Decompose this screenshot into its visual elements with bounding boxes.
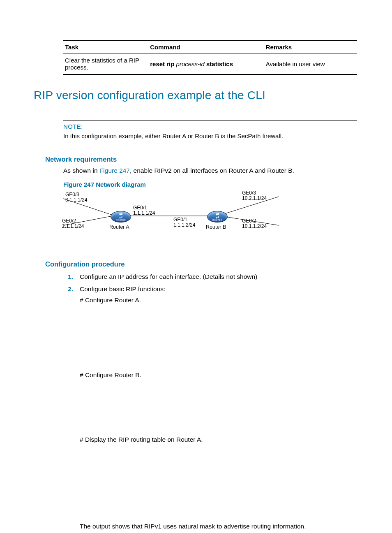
step-2a: # Configure Router A.: [80, 296, 358, 305]
step-2c: # Display the RIP routing table on Route…: [80, 435, 358, 444]
col-remarks: Remarks: [249, 41, 357, 53]
col-command: Command: [148, 41, 249, 53]
cell-task: Clear the statistics of a RIP process.: [63, 53, 148, 75]
command-table: Task Command Remarks Clear the statistic…: [63, 40, 357, 75]
procedure-list: Configure an IP address for each interfa…: [63, 272, 358, 533]
label-b-ge01: GE0/11.1.1.2/24: [173, 217, 195, 228]
table-row: Clear the statistics of a RIP process. r…: [63, 53, 357, 75]
step-2d: The output shows that RIPv1 uses natural…: [80, 522, 358, 531]
section-configuration-procedure: Configuration procedure: [45, 260, 358, 268]
table-header-row: Task Command Remarks: [63, 41, 357, 53]
col-task: Task: [63, 41, 148, 53]
figure-caption: Figure 247 Network diagram: [63, 181, 358, 188]
section-network-requirements: Network requirements: [45, 155, 358, 163]
figure-link[interactable]: Figure 247: [99, 167, 130, 174]
note-text: In this configuration example, either Ro…: [63, 132, 357, 139]
cell-remarks: Available in user view: [249, 53, 357, 75]
router-b-label: Router B: [206, 224, 226, 230]
cmd-arg: process-id: [176, 60, 205, 67]
text-pre: As shown in: [63, 167, 99, 174]
label-a-ge02: GE0/22.1.1.1/24: [62, 218, 84, 229]
router-a-icon: ⇄⇄: [111, 211, 131, 222]
note-box: NOTE: In this configuration example, eit…: [63, 120, 357, 143]
page-title: RIP version configuration example at the…: [34, 89, 358, 102]
label-a-ge01: GE0/11.1.1.1/24: [133, 205, 155, 216]
step-2: Configure basic RIP functions: # Configu…: [75, 285, 358, 531]
step-1: Configure an IP address for each interfa…: [75, 272, 358, 281]
label-a-ge03: GE0/33.1.1.1/24: [65, 192, 87, 203]
cmd-literal-2: statistics: [205, 60, 233, 67]
network-diagram: ⇄⇄ ⇄⇄ GE0/33.1.1.1/24 GE0/22.1.1.1/24 GE…: [63, 190, 293, 240]
router-b-icon: ⇄⇄: [207, 211, 228, 222]
router-a-label: Router A: [109, 224, 129, 230]
label-b-ge03: GE0/310.2.1.1/24: [242, 190, 267, 201]
text-post: , enable RIPv2 on all interfaces on Rout…: [130, 167, 294, 174]
step-2b: # Configure Router B.: [80, 371, 358, 380]
net-req-text: As shown in Figure 247, enable RIPv2 on …: [63, 167, 358, 175]
note-label: NOTE:: [63, 123, 357, 130]
label-b-ge02: GE0/210.1.1.2/24: [242, 218, 267, 229]
cmd-literal-1: reset rip: [150, 60, 176, 67]
cell-command: reset rip process-id statistics: [148, 53, 249, 75]
